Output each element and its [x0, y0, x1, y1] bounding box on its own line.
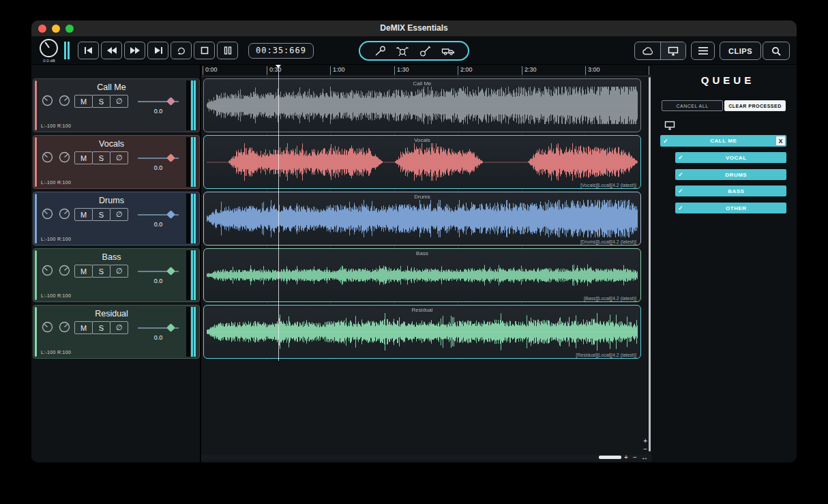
pan-knob[interactable]	[42, 321, 53, 333]
pan-knob[interactable]	[42, 208, 53, 220]
clips-button[interactable]: CLIPS	[720, 42, 761, 60]
master-gain-knob[interactable]: 0.0 dB	[37, 37, 63, 65]
volume-slider-thumb[interactable]	[166, 153, 175, 162]
queue-item-other[interactable]: ✓ OTHER	[675, 203, 786, 213]
remove-job-button[interactable]: X	[776, 136, 785, 145]
mute-button[interactable]: M	[74, 151, 93, 164]
pause-button[interactable]	[217, 42, 238, 59]
track-header-vocals[interactable]: Vocals M S ∅ L:-100 R:100 0.0	[33, 135, 200, 189]
vocal-stem-button[interactable]	[371, 43, 389, 59]
waveform-vocals	[205, 142, 639, 182]
check-icon: ✓	[678, 171, 683, 178]
pan-knob[interactable]	[42, 95, 53, 106]
cloud-button[interactable]	[635, 42, 660, 59]
horizontal-scrollbar[interactable]	[201, 455, 651, 460]
pan-readout: L:-100 R:100	[41, 180, 71, 185]
clip-drums[interactable]: Drums [Drums][Local][4.2 (latest)]	[203, 192, 641, 246]
knob-icon	[59, 208, 70, 220]
phase-button[interactable]: ∅	[110, 95, 128, 108]
clip-bass[interactable]: Bass [Bass][Local][4.2 (latest)]	[203, 248, 641, 302]
menu-button[interactable]	[691, 42, 715, 60]
drums-stem-button[interactable]	[394, 43, 411, 59]
clip-residual[interactable]: Residual [Residual][Local][4.2 (latest)]	[203, 305, 641, 359]
track-header-drums[interactable]: Drums M S ∅ L:-100 R:100 0.0	[33, 192, 200, 246]
check-icon: ✓	[678, 188, 683, 194]
fast-forward-icon	[130, 46, 141, 55]
width-knob[interactable]	[59, 95, 70, 106]
pan-readout: L:-100 R:100	[41, 293, 71, 298]
mute-button[interactable]: M	[74, 208, 93, 221]
clip-tag: [Drums][Local][4.2 (latest)]	[580, 239, 636, 244]
queue-job-label: CALL ME	[671, 138, 776, 144]
volume-slider-thumb[interactable]	[166, 210, 175, 219]
vertical-scrollbar[interactable]	[649, 77, 651, 451]
queue-item-bass[interactable]: ✓ BASS	[675, 186, 786, 196]
pan-knob[interactable]	[42, 265, 53, 276]
volume-slider-thumb[interactable]	[166, 97, 175, 106]
time-ruler[interactable]: 0:00 0:30 1:00 1:30 2:00 2:30 3:00 3:30	[201, 65, 651, 76]
volume-slider[interactable]	[138, 101, 179, 102]
track-name: Residual	[40, 309, 183, 318]
solo-button[interactable]: S	[92, 151, 110, 164]
width-knob[interactable]	[59, 321, 70, 333]
timeline[interactable]: 0:00 0:30 1:00 1:30 2:00 2:30 3:00 3:30 …	[201, 65, 651, 462]
stop-button[interactable]	[194, 42, 215, 59]
volume-value: 0.0	[138, 108, 179, 115]
search-button[interactable]	[763, 42, 790, 60]
solo-button[interactable]: S	[92, 321, 110, 334]
volume-slider-thumb[interactable]	[166, 323, 175, 332]
phase-button[interactable]: ∅	[110, 208, 128, 221]
solo-button[interactable]: S	[92, 95, 110, 108]
clip-tag: [Vocals][Local][4.2 (latest)]	[580, 183, 636, 188]
queue-job-row[interactable]: ✓ CALL ME X	[660, 135, 786, 147]
mute-button[interactable]: M	[74, 265, 93, 278]
loop-button[interactable]	[171, 42, 192, 59]
width-knob[interactable]	[59, 265, 70, 276]
fast-forward-button[interactable]	[124, 42, 145, 59]
other-stem-button[interactable]	[439, 43, 457, 59]
width-knob[interactable]	[59, 208, 70, 220]
phase-button[interactable]: ∅	[110, 321, 128, 334]
vertical-zoom-out-button[interactable]: −	[643, 446, 647, 453]
clear-processed-button[interactable]: CLEAR PROCESSED	[724, 100, 786, 111]
solo-button[interactable]: S	[92, 208, 110, 221]
pan-knob[interactable]	[42, 151, 53, 163]
zoom-in-button[interactable]: +	[624, 454, 628, 461]
solo-button[interactable]: S	[92, 265, 110, 278]
local-device-button[interactable]	[660, 42, 685, 59]
zoom-fit-button[interactable]: ↔	[641, 454, 648, 461]
clip-call-me[interactable]: Call Me	[203, 78, 641, 132]
clip-vocals[interactable]: Vocals [Vocals][Local][4.2 (latest)]	[203, 135, 641, 189]
volume-slider-thumb[interactable]	[166, 267, 175, 276]
skip-end-button[interactable]	[147, 42, 168, 59]
phase-button[interactable]: ∅	[110, 151, 128, 164]
mute-button[interactable]: M	[74, 321, 93, 334]
volume-slider[interactable]	[138, 271, 179, 272]
track-header-bass[interactable]: Bass M S ∅ L:-100 R:100 0.0	[33, 248, 200, 302]
width-knob[interactable]	[59, 151, 70, 163]
queue-item-vocal[interactable]: ✓ VOCAL	[675, 152, 786, 163]
guitar-stem-button[interactable]	[417, 43, 434, 59]
rewind-button[interactable]	[101, 42, 122, 59]
playhead[interactable]	[278, 65, 279, 361]
window-title: DeMIX Essentials	[31, 23, 797, 33]
vertical-zoom-in-button[interactable]: +	[643, 438, 647, 445]
track-name: Drums	[40, 196, 183, 205]
volume-slider[interactable]	[138, 214, 179, 216]
zoom-out-button[interactable]: −	[633, 454, 637, 461]
volume-value: 0.0	[138, 278, 179, 284]
volume-value: 0.0	[138, 164, 179, 171]
horizontal-scrollbar-thumb[interactable]	[599, 456, 621, 459]
volume-slider[interactable]	[138, 158, 179, 159]
time-display: 00:35:669	[248, 43, 314, 59]
volume-slider[interactable]	[138, 327, 179, 329]
queue-item-drums[interactable]: ✓ DRUMS	[675, 169, 786, 180]
cancel-all-button[interactable]: CANCEL ALL	[662, 100, 723, 111]
skip-start-button[interactable]	[78, 42, 99, 59]
track-header-residual[interactable]: Residual M S ∅ L:-100 R:100 0.0	[33, 305, 200, 359]
phase-button[interactable]: ∅	[110, 265, 128, 278]
master-level-meter	[64, 42, 70, 59]
mute-button[interactable]: M	[74, 95, 93, 108]
track-level-meter	[186, 250, 197, 300]
track-header-call-me[interactable]: Call Me M S ∅ L:-100 R:100 0.0	[33, 78, 200, 132]
